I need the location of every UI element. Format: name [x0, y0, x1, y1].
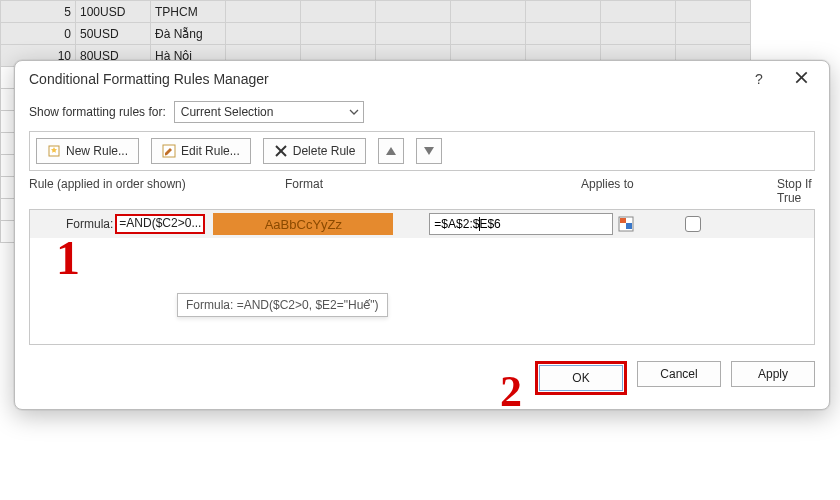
range-picker-icon	[618, 216, 634, 232]
new-rule-button[interactable]: New Rule...	[36, 138, 139, 164]
show-rules-label: Show formatting rules for:	[29, 105, 166, 119]
rules-list: Formula: =AND($C2>0... AaBbCcYyZz	[29, 209, 815, 345]
cell[interactable]: Đà Nẵng	[151, 23, 226, 45]
cell[interactable]	[301, 23, 376, 45]
cell[interactable]: 0	[1, 23, 76, 45]
cell[interactable]	[601, 1, 676, 23]
apply-label: Apply	[758, 367, 788, 381]
header-applies: Applies to	[581, 177, 777, 205]
rule-formula-box[interactable]: =AND($C2>0...	[115, 214, 205, 234]
cell[interactable]	[226, 1, 301, 23]
cell[interactable]: 50USD	[76, 23, 151, 45]
cell[interactable]: 100USD	[76, 1, 151, 23]
apply-button[interactable]: Apply	[731, 361, 815, 387]
ok-label: OK	[572, 371, 589, 385]
stop-if-true-checkbox[interactable]	[685, 216, 701, 232]
titlebar: Conditional Formatting Rules Manager ?	[15, 61, 829, 87]
header-rule: Rule (applied in order shown)	[29, 177, 285, 205]
cell[interactable]: 5	[1, 1, 76, 23]
triangle-down-icon	[424, 147, 434, 155]
cell[interactable]	[376, 23, 451, 45]
range-picker-button[interactable]	[617, 215, 635, 233]
cell[interactable]	[301, 1, 376, 23]
close-button[interactable]	[787, 71, 815, 87]
annotation-2: 2	[500, 366, 522, 417]
triangle-up-icon	[386, 147, 396, 155]
delete-rule-icon	[274, 144, 288, 158]
show-rules-row: Show formatting rules for: Current Selec…	[15, 87, 829, 131]
text-caret	[479, 217, 480, 231]
cell[interactable]: TPHCM	[151, 1, 226, 23]
new-rule-icon	[47, 144, 61, 158]
cell[interactable]	[676, 1, 751, 23]
edit-rule-label: Edit Rule...	[181, 144, 240, 158]
close-icon	[795, 71, 808, 84]
dialog-title: Conditional Formatting Rules Manager	[29, 71, 745, 87]
header-stop: Stop If True	[777, 177, 815, 205]
formula-tooltip: Formula: =AND($C2>0, $E2="Huế")	[177, 293, 388, 317]
svg-rect-8	[626, 223, 632, 229]
cell[interactable]	[526, 1, 601, 23]
move-up-button[interactable]	[378, 138, 404, 164]
rules-grid-header: Rule (applied in order shown) Format App…	[15, 171, 829, 209]
cell[interactable]	[451, 23, 526, 45]
annotation-1: 1	[56, 230, 80, 285]
show-rules-dropdown[interactable]: Current Selection	[174, 101, 364, 123]
dialog-footer: OK Cancel Apply	[15, 353, 829, 409]
cell[interactable]	[601, 23, 676, 45]
chevron-down-icon	[349, 106, 359, 120]
cell[interactable]	[676, 23, 751, 45]
new-rule-label: New Rule...	[66, 144, 128, 158]
rule-row[interactable]: Formula: =AND($C2>0... AaBbCcYyZz	[30, 210, 814, 238]
rule-type-label: Formula:	[30, 217, 115, 231]
rules-manager-dialog: Conditional Formatting Rules Manager ? S…	[14, 60, 830, 410]
ok-button[interactable]: OK	[539, 365, 623, 391]
delete-rule-button[interactable]: Delete Rule	[263, 138, 367, 164]
cell[interactable]	[526, 23, 601, 45]
cell[interactable]	[451, 1, 526, 23]
cell[interactable]	[226, 23, 301, 45]
applies-to-field[interactable]	[434, 217, 608, 231]
edit-rule-icon	[162, 144, 176, 158]
cell[interactable]	[376, 1, 451, 23]
header-format: Format	[285, 177, 581, 205]
cancel-label: Cancel	[660, 367, 697, 381]
svg-rect-7	[620, 218, 626, 223]
cancel-button[interactable]: Cancel	[637, 361, 721, 387]
applies-to-input[interactable]	[429, 213, 613, 235]
help-button[interactable]: ?	[745, 71, 773, 87]
delete-rule-label: Delete Rule	[293, 144, 356, 158]
rules-toolbar: New Rule... Edit Rule... Delete Rule	[29, 131, 815, 171]
move-down-button[interactable]	[416, 138, 442, 164]
show-rules-value: Current Selection	[181, 105, 274, 119]
ok-highlight: OK	[535, 361, 627, 395]
rule-format-preview: AaBbCcYyZz	[213, 213, 393, 235]
edit-rule-button[interactable]: Edit Rule...	[151, 138, 251, 164]
